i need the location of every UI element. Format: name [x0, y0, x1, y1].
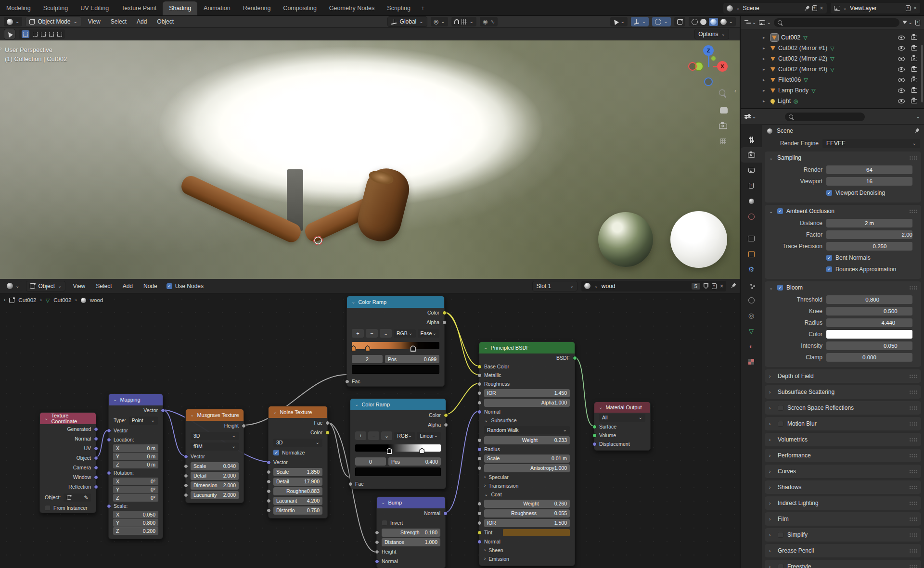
menu-add[interactable]: Add — [133, 17, 150, 26]
panel-freestyle[interactable]: ›Freestyle — [765, 560, 921, 568]
ao-distance-field[interactable]: 2 m — [826, 219, 912, 227]
node-color-ramp-bottom[interactable]: ⌄ Color Ramp Color Alpha + − ⌄ RGB⌄ Line… — [350, 398, 446, 489]
object-name[interactable]: Lamp Body — [778, 87, 808, 94]
anisotropy-slider[interactable]: Anisotropy1.000 — [484, 464, 570, 472]
socket-normal[interactable] — [94, 437, 98, 441]
specular-section[interactable]: ›Specular — [479, 473, 575, 481]
collapse-icon[interactable]: ⌄ — [381, 500, 385, 505]
properties-search-input[interactable] — [785, 113, 865, 121]
interpolation-dropdown[interactable]: Ease⌄ — [418, 329, 440, 338]
node-bump[interactable]: ⌄ Bump Normal Invert Strength0.180 Dista… — [376, 496, 446, 568]
drag-grip-icon[interactable] — [909, 374, 917, 379]
hide-viewport-icon[interactable] — [898, 46, 905, 50]
scale-z-field[interactable]: Z0.200 — [113, 527, 158, 535]
object-name[interactable]: Cut002 (Mirror #3) — [778, 66, 827, 73]
socket-subsurface-scale[interactable] — [477, 456, 482, 461]
strength-slider[interactable]: Strength0.180 — [382, 529, 440, 537]
scale-y-field[interactable]: Y0.800 — [113, 519, 158, 527]
hide-viewport-icon[interactable] — [898, 57, 905, 61]
new-viewlayer-icon[interactable] — [906, 5, 911, 11]
gizmo-axis-x[interactable]: X — [717, 61, 728, 72]
socket-alpha[interactable] — [442, 320, 447, 325]
add-workspace-button[interactable]: + — [417, 1, 429, 15]
solid-shading-icon[interactable] — [700, 19, 706, 25]
viewport-denoising-row[interactable]: ✓Viewport Denoising — [826, 187, 916, 199]
select-intersect-icon[interactable] — [57, 32, 62, 37]
expand-icon[interactable]: ▸ — [763, 77, 768, 82]
distance-field[interactable]: Distance1.000 — [382, 538, 440, 546]
socket-normal-out[interactable] — [443, 511, 448, 516]
detail-field[interactable]: Detail2.000 — [191, 472, 239, 480]
interpolation-dropdown[interactable]: Linear⌄ — [417, 432, 441, 440]
object-name[interactable]: Cut002 (Mirror #2) — [778, 55, 827, 62]
socket-detail[interactable] — [267, 480, 271, 484]
menu-node[interactable]: Node — [140, 281, 161, 291]
drag-grip-icon[interactable] — [909, 454, 917, 458]
ramp-stop-1[interactable] — [419, 448, 424, 454]
panel-simplify[interactable]: ›Simplify — [765, 528, 921, 542]
bloom-radius-slider[interactable]: 4.440 — [826, 318, 912, 327]
outliner-row-fillet006[interactable]: ▸ Fillet006 ▽ — [741, 75, 924, 85]
socket-normal[interactable] — [477, 410, 482, 414]
emission-section[interactable]: ›Emission — [479, 555, 575, 563]
stop-position-field[interactable]: Pos0.699 — [385, 355, 439, 363]
ramp-options-button[interactable]: ⌄ — [381, 431, 392, 440]
ramp-stop-2-selected[interactable] — [411, 345, 416, 352]
select-extend-icon[interactable] — [33, 32, 38, 37]
stop-index-field[interactable]: 2 — [352, 355, 383, 363]
new-scene-icon[interactable] — [812, 5, 817, 11]
color-ramp-gradient[interactable] — [355, 444, 441, 452]
disable-render-icon[interactable] — [911, 67, 917, 72]
tab-viewlayer-properties[interactable] — [741, 178, 762, 193]
lacunarity-field[interactable]: Lacunarit4.200 — [273, 497, 322, 505]
panel-motion-blur[interactable]: ›Motion Blur — [765, 417, 921, 430]
drag-grip-icon[interactable] — [909, 390, 917, 394]
gizmo-axis-x-neg[interactable] — [688, 62, 697, 71]
motion-blur-checkbox[interactable] — [778, 421, 783, 427]
socket-radius[interactable] — [477, 447, 482, 452]
musgrave-type-dropdown[interactable]: fBM⌄ — [191, 442, 239, 451]
scale-field[interactable]: Scale0.040 — [191, 462, 239, 470]
disable-render-icon[interactable] — [911, 78, 917, 82]
drag-grip-icon[interactable] — [909, 533, 917, 537]
scale-x-field[interactable]: X0.050 — [113, 511, 158, 518]
select-mode-new[interactable] — [22, 30, 29, 38]
remove-stop-button[interactable]: − — [366, 329, 378, 338]
filter-id-dropdown[interactable]: ⌄ — [759, 20, 770, 25]
tab-particle-properties[interactable] — [741, 277, 762, 292]
render-engine-dropdown[interactable]: EEVEE⌄ — [822, 139, 920, 148]
panel-sampling-header[interactable]: ⌄ Sampling — [765, 151, 921, 164]
socket-roughness[interactable] — [477, 382, 482, 386]
socket-coat-roughness[interactable] — [477, 511, 482, 516]
breadcrumb-mesh[interactable]: Cut002 — [53, 297, 71, 303]
proportional-edit-controls[interactable]: ◉ ∿ — [480, 17, 498, 26]
socket-distortion[interactable] — [267, 508, 271, 513]
drag-grip-icon[interactable] — [909, 485, 917, 490]
collapse-icon[interactable]: ⌄ — [113, 397, 117, 402]
disable-render-icon[interactable] — [911, 99, 917, 103]
tab-geometry-nodes[interactable]: Geometry Nodes — [323, 1, 381, 15]
menu-select[interactable]: Select — [107, 17, 130, 26]
disable-render-icon[interactable] — [911, 88, 917, 93]
color-mode-dropdown[interactable]: RGB⌄ — [394, 432, 415, 440]
socket-coat-ior[interactable] — [477, 521, 482, 525]
bloom-intensity-slider[interactable]: 0.050 — [826, 341, 912, 350]
tab-texture-properties[interactable] — [741, 354, 762, 369]
socket-height[interactable] — [375, 550, 379, 554]
tab-collection-properties[interactable] — [741, 231, 762, 246]
node-texture-coordinate[interactable]: ⌄ Texture Coordinate Generated Normal UV… — [39, 412, 96, 513]
rotation-z-field[interactable]: Z0° — [113, 494, 158, 502]
tab-data-properties[interactable]: ▽ — [741, 323, 762, 339]
drag-grip-icon[interactable] — [909, 286, 917, 290]
socket-volume[interactable] — [592, 433, 597, 438]
camera-view-icon[interactable] — [720, 123, 726, 130]
render-samples-field[interactable]: 64 — [826, 165, 912, 174]
object-name[interactable]: Cut002 — [781, 34, 800, 41]
viewport-samples-field[interactable]: 16 — [826, 177, 912, 186]
distortion-field[interactable]: Distortio0.750 — [273, 506, 322, 515]
socket-height[interactable] — [242, 424, 246, 428]
tab-tool[interactable] — [741, 132, 762, 147]
dimensions-dropdown[interactable]: 3D⌄ — [273, 439, 322, 447]
new-collection-icon[interactable] — [915, 20, 920, 25]
bloom-color-swatch[interactable] — [826, 330, 912, 339]
